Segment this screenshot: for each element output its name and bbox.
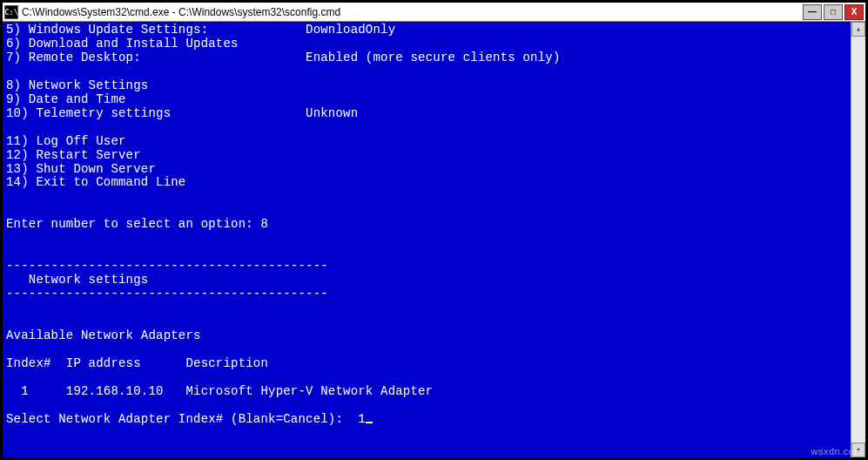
text-cursor [366, 422, 373, 423]
window-controls: — □ X [803, 4, 864, 20]
scroll-up-button[interactable]: ▴ [851, 22, 865, 37]
adapter-prompt: Select Network Adapter Index# (Blank=Can… [6, 412, 358, 426]
titlebar: C:\ C:\Windows\System32\cmd.exe - C:\Win… [3, 3, 865, 22]
cmd-window: C:\ C:\Windows\System32\cmd.exe - C:\Win… [2, 2, 866, 458]
scrollbar[interactable]: ▴ ▾ [851, 22, 865, 457]
console-area: 5) Windows Update Settings: DownloadOnly… [3, 22, 865, 457]
watermark: wsxdn.com [811, 446, 863, 457]
maximize-button[interactable]: □ [824, 4, 843, 20]
minimize-button[interactable]: — [803, 4, 822, 20]
cmd-icon: C:\ [4, 5, 18, 19]
scroll-track[interactable] [851, 37, 865, 443]
close-button[interactable]: X [844, 4, 864, 20]
console-output[interactable]: 5) Windows Update Settings: DownloadOnly… [3, 22, 851, 457]
adapter-prompt-value: 1 [358, 412, 366, 426]
window-title: C:\Windows\System32\cmd.exe - C:\Windows… [22, 6, 803, 18]
